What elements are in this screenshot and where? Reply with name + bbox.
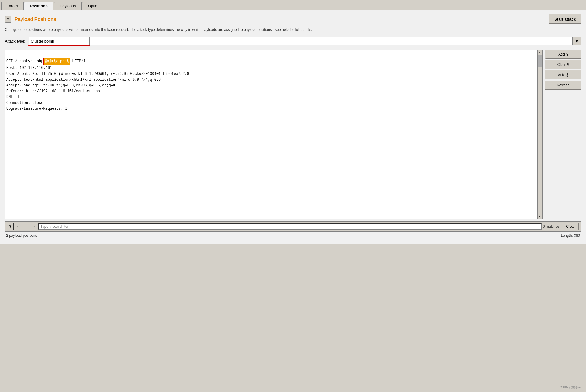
attack-type-row: Attack type: Cluster bomb ▼ [5,37,581,46]
line-1-highlighted: §a§=§x.php§ [43,58,70,65]
add-section-button[interactable]: Add § [545,50,581,59]
main-content: ? Payload Positions Start attack Configu… [0,10,586,244]
payload-positions-count: 2 payload positions [6,233,37,238]
match-count: 0 matches [543,224,559,229]
attack-type-dropdown-full[interactable]: ▼ [89,37,581,45]
start-attack-button[interactable]: Start attack [549,14,581,24]
side-buttons: Add § Clear § Auto § Refresh [545,50,581,219]
dropdown-arrow-icon[interactable]: ▼ [572,37,581,45]
line-host: Host: 192.168.116.161 [6,66,52,70]
status-bar: 2 payload positions Length: 380 [5,232,581,239]
attack-type-dropdown[interactable]: Cluster bomb [29,37,89,45]
line-referer: Referer: http://192.168.116.161/contact.… [6,89,100,93]
nav-next-button[interactable]: > [31,223,37,230]
help-icon[interactable]: ? [5,16,11,23]
tab-options[interactable]: Options [82,2,107,10]
editor-content: GEI /thankyou.php§a§=§x.php§ HTTP/1.1 Ho… [5,50,537,119]
line-accept: Accept: text/html,application/xhtml+xml,… [6,78,161,82]
editor-container: GEI /thankyou.php§a§=§x.php§ HTTP/1.1 Ho… [5,50,581,219]
attack-type-value: Cluster bomb [29,39,89,43]
search-bar: ? < + > 0 matches Clear [5,221,581,232]
scrollbar-down-icon[interactable]: ▼ [538,214,542,219]
editor-wrapper: GEI /thankyou.php§a§=§x.php§ HTTP/1.1 Ho… [5,50,543,219]
search-clear-button[interactable]: Clear [562,223,579,230]
line-dni: DNI: 1 [6,95,19,99]
search-input[interactable] [38,223,542,230]
line-useragent: User-Agent: Mozilla/5.0 (Windows NT 6.1;… [6,72,189,76]
line-1-before: GEI /thankyou.php [6,59,43,63]
editor-scrollbar[interactable]: ▲ ▼ [538,50,543,219]
line-upgrade: Upgrade-Insecure-Requests: 1 [6,107,67,111]
nav-prev-button[interactable]: < [15,223,21,230]
header-left: ? Payload Positions [5,16,56,23]
line-accept-language: Accept-Language: zh-CN,zh;q=0.8,en-US;q=… [6,83,119,88]
tab-bar: Target Positions Payloads Options [0,0,586,10]
tab-payloads[interactable]: Payloads [54,2,82,10]
search-help-button[interactable]: ? [7,223,14,230]
section-title: Payload Positions [14,17,56,22]
auto-section-button[interactable]: Auto § [545,70,581,79]
scrollbar-track [538,55,542,214]
clear-section-button[interactable]: Clear § [545,60,581,69]
section-header: ? Payload Positions Start attack [5,14,581,24]
attack-type-label: Attack type: [5,39,25,43]
scrollbar-up-icon[interactable]: ▲ [538,50,542,55]
refresh-button[interactable]: Refresh [545,81,581,90]
nav-plus-button[interactable]: + [23,223,29,230]
request-editor[interactable]: GEI /thankyou.php§a§=§x.php§ HTTP/1.1 Ho… [5,50,538,219]
description: Configure the positions where payloads w… [5,27,581,32]
scrollbar-thumb [538,55,542,67]
line-1-after: HTTP/1.1 [70,59,90,63]
tab-target[interactable]: Target [1,2,24,10]
line-connection: Connection: close [6,101,43,105]
length-indicator: Length: 380 [561,233,580,238]
watermark: CSDN @出学om [560,385,582,390]
tab-positions[interactable]: Positions [24,2,53,10]
